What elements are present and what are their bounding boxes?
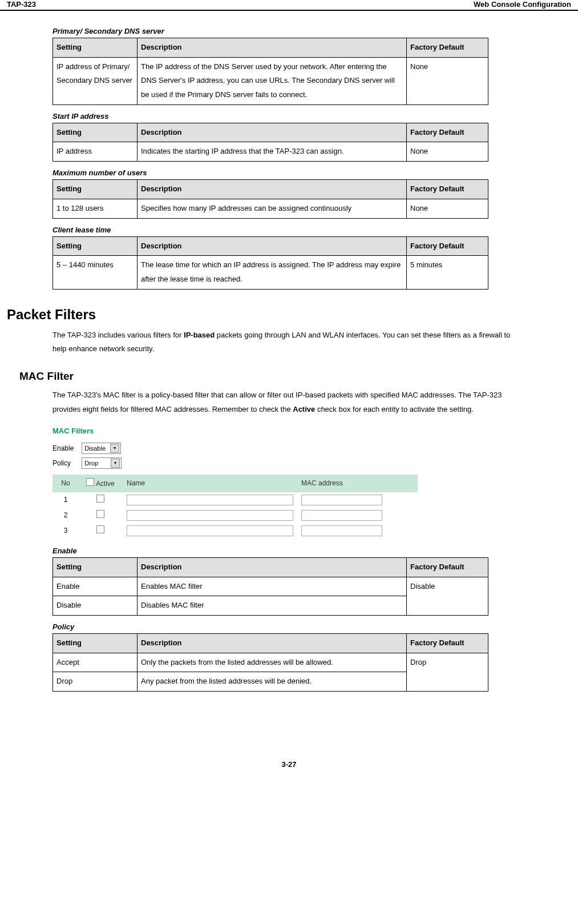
section-title-dns: Primary/ Secondary DNS server xyxy=(52,27,578,35)
th-setting: Setting xyxy=(53,236,138,256)
header-right: Web Console Configuration xyxy=(474,0,571,9)
th-description: Description xyxy=(138,633,407,653)
cell-setting: IP address xyxy=(53,142,138,162)
cell-setting: 5 – 1440 minutes xyxy=(53,256,138,289)
cell-setting: 1 to 128 users xyxy=(53,199,138,218)
cell-description: The IP address of the DNS Server used by… xyxy=(138,57,407,105)
cell-setting: Disable xyxy=(53,596,138,616)
table-row: 5 – 1440 minutes The lease time for whic… xyxy=(53,256,488,289)
th-default: Factory Default xyxy=(407,123,488,142)
section-title-lease: Client lease time xyxy=(52,226,578,234)
th-default: Factory Default xyxy=(407,557,488,577)
cell-description: Disables MAC filter xyxy=(138,596,407,616)
policy-select[interactable]: Drop ▾ xyxy=(82,457,122,469)
mac-filters-panel: MAC Filters Enable Disable ▾ Policy Drop… xyxy=(52,425,418,539)
col-no: No xyxy=(52,475,79,492)
th-description: Description xyxy=(138,180,407,199)
table-maxusers: Setting Description Factory Default 1 to… xyxy=(52,179,488,218)
th-default: Factory Default xyxy=(407,180,488,199)
cell-description: Indicates the starting IP address that t… xyxy=(138,142,407,162)
enable-select-value: Disable xyxy=(84,444,106,453)
table-row: Enable Enables MAC filter Disable xyxy=(53,577,488,596)
cell-default: 5 minutes xyxy=(407,256,488,289)
mac-address-input[interactable] xyxy=(301,510,382,521)
cell-description: Enables MAC filter xyxy=(138,577,407,596)
row-no: 3 xyxy=(52,523,79,539)
policy-label: Policy xyxy=(52,458,80,468)
cell-setting: Accept xyxy=(53,653,138,672)
mac-filters-title: MAC Filters xyxy=(52,425,418,437)
header-left: TAP-323 xyxy=(7,0,36,9)
th-description: Description xyxy=(138,123,407,142)
para-mac-filter: The TAP-323's MAC filter is a policy-bas… xyxy=(52,388,526,416)
table-startip: Setting Description Factory Default IP a… xyxy=(52,123,488,162)
th-description: Description xyxy=(138,236,407,256)
para-packet-filters: The TAP-323 includes various filters for… xyxy=(52,328,526,356)
table-row: Accept Only the packets from the listed … xyxy=(53,653,488,672)
active-all-checkbox[interactable] xyxy=(86,478,94,486)
table-lease: Setting Description Factory Default 5 – … xyxy=(52,236,488,290)
cell-default: None xyxy=(407,142,488,162)
table-row: IP address Indicates the starting IP add… xyxy=(53,142,488,162)
policy-select-value: Drop xyxy=(84,459,98,468)
cell-setting: IP address of Primary/ Secondary DNS ser… xyxy=(53,57,138,105)
mac-address-input[interactable] xyxy=(301,495,382,505)
th-setting: Setting xyxy=(53,633,138,653)
table-row: IP address of Primary/ Secondary DNS ser… xyxy=(53,57,488,105)
th-setting: Setting xyxy=(53,557,138,577)
th-default: Factory Default xyxy=(407,633,488,653)
section-title-enable: Enable xyxy=(52,547,578,555)
cell-setting: Drop xyxy=(53,672,138,692)
mac-address-input[interactable] xyxy=(301,525,382,536)
section-title-policy: Policy xyxy=(52,622,578,631)
chevron-down-icon: ▾ xyxy=(111,459,120,468)
th-setting: Setting xyxy=(53,123,138,142)
cell-description: The lease time for which an IP address i… xyxy=(138,256,407,289)
name-input[interactable] xyxy=(127,525,293,536)
col-name: Name xyxy=(122,475,297,492)
th-setting: Setting xyxy=(53,180,138,199)
th-description: Description xyxy=(138,38,407,58)
col-active: Active xyxy=(79,475,122,492)
th-default: Factory Default xyxy=(407,236,488,256)
mac-row: 1 xyxy=(52,492,418,508)
row-no: 1 xyxy=(52,492,79,508)
cell-default: None xyxy=(407,199,488,218)
mac-row: 3 xyxy=(52,523,418,539)
page-header: TAP-323 Web Console Configuration xyxy=(0,0,578,11)
enable-label: Enable xyxy=(52,443,80,453)
cell-description: Any packet from the listed addresses wil… xyxy=(138,672,407,692)
th-description: Description xyxy=(138,557,407,577)
cell-default: None xyxy=(407,57,488,105)
row-no: 2 xyxy=(52,508,79,523)
page-number: 3-27 xyxy=(0,760,578,769)
cell-default: Disable xyxy=(407,577,488,615)
table-dns: Setting Description Factory Default IP a… xyxy=(52,38,488,105)
section-title-startip: Start IP address xyxy=(52,112,578,120)
chevron-down-icon: ▾ xyxy=(110,444,119,453)
name-input[interactable] xyxy=(127,510,293,521)
active-checkbox[interactable] xyxy=(96,525,104,533)
mac-row: 2 xyxy=(52,508,418,523)
cell-default: Drop xyxy=(407,653,488,691)
table-policy: Setting Description Factory Default Acce… xyxy=(52,633,488,692)
th-default: Factory Default xyxy=(407,38,488,58)
table-row: 1 to 128 users Specifies how many IP add… xyxy=(53,199,488,218)
active-checkbox[interactable] xyxy=(96,495,104,503)
th-setting: Setting xyxy=(53,38,138,58)
cell-description: Specifies how many IP addresses can be a… xyxy=(138,199,407,218)
cell-setting: Enable xyxy=(53,577,138,596)
section-title-maxusers: Maximum number of users xyxy=(52,168,578,177)
name-input[interactable] xyxy=(127,495,293,505)
enable-select[interactable]: Disable ▾ xyxy=(82,443,121,454)
mac-filters-table: No Active Name MAC address 1 2 3 xyxy=(52,475,418,539)
table-enable: Setting Description Factory Default Enab… xyxy=(52,557,488,616)
heading-packet-filters: Packet Filters xyxy=(7,307,578,323)
heading-mac-filter: MAC Filter xyxy=(19,370,578,383)
col-mac: MAC address xyxy=(297,475,418,492)
active-checkbox[interactable] xyxy=(96,510,104,518)
cell-description: Only the packets from the listed address… xyxy=(138,653,407,672)
